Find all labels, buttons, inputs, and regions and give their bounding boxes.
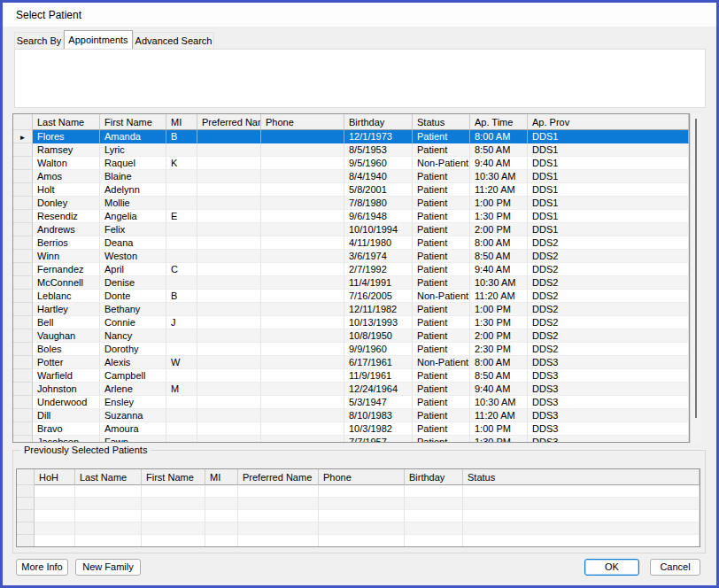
table-row[interactable] [17, 510, 700, 522]
column-header-last-name[interactable]: Last Name [33, 114, 100, 130]
cell: Patient [413, 383, 470, 396]
table-row[interactable] [17, 498, 700, 510]
table-row[interactable]: AndrewsFelix10/10/1994Patient2:00 PMDDS1 [13, 223, 689, 236]
select-patient-dialog: Select Patient Search By Appointments Ad… [0, 0, 719, 588]
cell: Patient [413, 197, 470, 210]
table-row[interactable]: JohnstonArleneM12/24/1964Patient9:40 AMD… [13, 383, 689, 396]
column-header-first-name[interactable]: First Name [100, 114, 166, 130]
cell: Weston [100, 250, 166, 263]
column-header-phone[interactable]: Phone [319, 469, 405, 485]
cell [463, 510, 700, 522]
column-header-ap-prov[interactable]: Ap. Prov [528, 114, 689, 130]
column-header-preferred-name[interactable]: Preferred Name [197, 114, 261, 130]
cell [261, 436, 344, 443]
cell [261, 396, 344, 409]
cell [238, 485, 319, 498]
table-row[interactable]: AmosBlaine8/4/1940Patient10:30 AMDDS1 [13, 170, 689, 183]
ok-button[interactable]: OK [584, 559, 639, 576]
table-row[interactable]: RamseyLyric8/5/1953Patient8:50 AMDDS1 [13, 143, 689, 157]
table-row[interactable]: UnderwoodEnsley5/3/1947Patient10:30 AMDD… [13, 396, 689, 409]
table-row[interactable]: DonleyMollie7/8/1980Patient1:00 PMDDS1 [13, 197, 689, 210]
cell [197, 276, 261, 290]
cell: 2:00 PM [470, 223, 528, 236]
cell: 11:20 AM [470, 183, 528, 197]
cell [463, 485, 700, 498]
column-header-mi[interactable]: MI [166, 114, 197, 130]
table-row[interactable] [17, 535, 700, 547]
cell: Lyric [100, 143, 166, 157]
cell: Nancy [100, 329, 166, 343]
cell [405, 522, 463, 535]
column-header-status[interactable]: Status [463, 469, 700, 485]
table-row[interactable] [17, 485, 700, 498]
cell: 2:30 PM [470, 343, 528, 356]
tab-search-by[interactable]: Search By [14, 32, 64, 49]
table-row[interactable]: LeblancDonteB7/16/2005Non-Patient11:20 A… [13, 290, 689, 303]
cell [319, 522, 405, 535]
cell [463, 498, 700, 510]
cell: Underwood [33, 396, 100, 409]
cell [197, 250, 261, 263]
cell [197, 157, 261, 170]
cell [197, 197, 261, 210]
table-row[interactable]: BerriosDeana4/11/1980Patient8:00 AMDDS2 [13, 236, 689, 250]
cell: E [166, 210, 197, 223]
cell: 6/17/1961 [344, 356, 413, 369]
table-row[interactable]: WarfieldCampbell11/9/1961Patient8:50 AMD… [13, 369, 689, 383]
column-header-last-name[interactable]: Last Name [75, 469, 142, 485]
table-row[interactable]: JacobsenFawn7/7/1957Patient1:30 PMDDS3 [13, 436, 689, 443]
column-header-birthday[interactable]: Birthday [405, 469, 463, 485]
tab-appointments[interactable]: Appointments [64, 30, 133, 49]
table-row[interactable]: WinnWeston3/6/1974Patient8:50 AMDDS2 [13, 250, 689, 263]
cell [35, 485, 75, 498]
table-row[interactable]: BolesDorothy9/9/1960Patient2:30 PMDDS2 [13, 343, 689, 356]
column-header-first-name[interactable]: First Name [142, 469, 205, 485]
cancel-button[interactable]: Cancel [650, 559, 700, 576]
table-row[interactable]: BravoAmoura10/3/1982Patient1:00 PMDDS3 [13, 422, 689, 436]
cell: 5/8/2001 [344, 183, 413, 197]
grid-header-row: Last NameFirst NameMIPreferred NamePhone… [13, 114, 689, 130]
column-header-ap-time[interactable]: Ap. Time [470, 114, 528, 130]
column-header-hoh[interactable]: HoH [35, 469, 75, 485]
table-row[interactable]: BellConnieJ10/13/1993Patient1:30 PMDDS2 [13, 316, 689, 329]
new-family-button[interactable]: New Family [75, 559, 141, 576]
table-row[interactable]: FernandezAprilC2/7/1992Patient9:40 AMDDS… [13, 263, 689, 276]
cell: Felix [100, 223, 166, 236]
scrollbar-thumb[interactable] [695, 119, 697, 418]
cell [166, 223, 197, 236]
title-bar[interactable]: Select Patient [3, 3, 716, 27]
table-row[interactable]: HoltAdelynn5/8/2001Patient11:20 AMDDS1 [13, 183, 689, 197]
column-header-status[interactable]: Status [413, 114, 470, 130]
more-info-button[interactable]: More Info [16, 559, 68, 576]
cell: Campbell [100, 369, 166, 383]
cell: 1:00 PM [470, 197, 528, 210]
table-row[interactable] [17, 522, 700, 535]
table-row[interactable]: ►FloresAmandaB12/1/1973Patient8:00 AMDDS… [13, 130, 689, 143]
column-header-mi[interactable]: MI [205, 469, 238, 485]
cell [319, 485, 405, 498]
row-selector-cell [13, 329, 33, 343]
cell: Fawn [100, 436, 166, 443]
column-header-phone[interactable]: Phone [261, 114, 344, 130]
cell [261, 290, 344, 303]
cell: 8:50 AM [470, 143, 528, 157]
table-row[interactable]: ResendizAngeliaE9/6/1948Patient1:30 PMDD… [13, 210, 689, 223]
cell: Angelia [100, 210, 166, 223]
cell: Patient [413, 130, 470, 143]
table-row[interactable]: McConnellDenise11/4/1991Patient10:30 AMD… [13, 276, 689, 290]
column-header-preferred-name[interactable]: Preferred Name [238, 469, 319, 485]
cell: DDS3 [528, 396, 689, 409]
table-row[interactable]: DillSuzanna8/10/1983Patient11:20 AMDDS3 [13, 409, 689, 422]
table-row[interactable]: VaughanNancy10/8/1950Patient2:00 PMDDS2 [13, 329, 689, 343]
cell: K [166, 157, 197, 170]
grid-vertical-scrollbar[interactable] [690, 113, 701, 443]
tab-advanced-search[interactable]: Advanced Search [133, 32, 214, 49]
table-row[interactable]: PotterAlexisW6/17/1961Non-Patient8:00 AM… [13, 356, 689, 369]
column-header-birthday[interactable]: Birthday [344, 114, 413, 130]
table-row[interactable]: HartleyBethany12/11/1982Patient1:00 PMDD… [13, 303, 689, 316]
cell: 12/1/1973 [344, 130, 413, 143]
table-row[interactable]: WaltonRaquelK9/5/1960Non-Patient9:40 AMD… [13, 157, 689, 170]
cell [261, 422, 344, 436]
cell: Johnston [33, 383, 100, 396]
cell [166, 409, 197, 422]
